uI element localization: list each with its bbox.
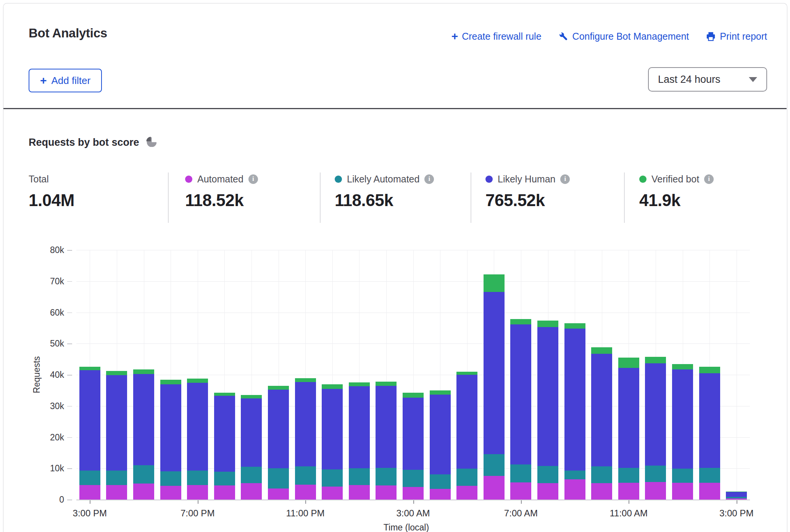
segment-automated: [537, 483, 558, 500]
segment-verified-bot: [295, 378, 316, 382]
bar-2-00-AM[interactable]: [376, 382, 397, 500]
segment-automated: [564, 479, 585, 500]
segment-verified-bot: [79, 367, 100, 370]
stat-automated: Automated i 118.52k: [185, 172, 258, 210]
bar-11-00-AM[interactable]: [618, 358, 639, 500]
action-label: Print report: [720, 31, 767, 42]
legend-item-automated[interactable]: Automated i: [185, 172, 258, 185]
bar-5-00-PM[interactable]: [133, 369, 154, 500]
segment-verified-bot: [376, 382, 397, 386]
info-icon[interactable]: i: [424, 174, 434, 184]
stat-divider: [168, 172, 169, 223]
segment-likely-automated: [456, 469, 477, 486]
stat-divider: [624, 172, 625, 223]
stat-likely-automated: Likely Automated i 118.65k: [335, 172, 434, 210]
legend-item-verified-bot[interactable]: Verified bot i: [639, 172, 714, 185]
info-icon[interactable]: i: [560, 174, 570, 184]
segment-likely-automated: [133, 465, 154, 484]
bar-11-00-PM[interactable]: [295, 378, 316, 500]
segment-likely-human: [564, 329, 585, 471]
segment-likely-human: [214, 396, 235, 472]
segment-likely-automated: [241, 467, 262, 483]
bar-7-00-AM[interactable]: [510, 319, 531, 500]
info-icon[interactable]: i: [248, 174, 258, 184]
bar-8-00-AM[interactable]: [537, 321, 558, 500]
bar-2-00-PM[interactable]: [699, 367, 720, 500]
bar-4-00-AM[interactable]: [430, 390, 451, 500]
bar-1-00-AM[interactable]: [349, 382, 370, 500]
bar-10-00-PM[interactable]: [268, 386, 289, 500]
segment-automated: [430, 489, 451, 500]
bar-10-00-AM[interactable]: [591, 347, 612, 500]
action-label: Configure Bot Management: [572, 31, 689, 42]
stat-value: 118.52k: [185, 191, 258, 210]
segment-automated: [349, 485, 370, 500]
segment-likely-human: [456, 375, 477, 469]
stat-likely-human: Likely Human i 765.52k: [485, 172, 570, 210]
stat-divider: [471, 172, 471, 223]
segment-likely-human: [268, 390, 289, 468]
segment-verified-bot: [618, 358, 639, 368]
segment-likely-human: [430, 395, 451, 474]
segment-verified-bot: [591, 347, 612, 354]
pie-chart-icon: [146, 137, 156, 148]
bar-12-00-PM[interactable]: [645, 357, 666, 500]
segment-likely-human: [106, 375, 127, 471]
segment-verified-bot: [456, 372, 477, 375]
segment-likely-automated: [403, 470, 424, 487]
print-report-link[interactable]: Print report: [706, 31, 767, 42]
segment-likely-automated: [484, 454, 505, 476]
segment-automated: [295, 485, 316, 500]
action-label: Create firewall rule: [462, 31, 541, 42]
bar-5-00-AM[interactable]: [456, 372, 477, 500]
segment-likely-human: [672, 369, 693, 469]
segment-automated: [160, 486, 181, 500]
bar-1-00-PM[interactable]: [672, 364, 693, 500]
create-firewall-rule-link[interactable]: + Create firewall rule: [451, 31, 542, 42]
segment-automated: [133, 484, 154, 500]
bar-3-00-AM[interactable]: [403, 393, 424, 500]
legend-item-likely-human[interactable]: Likely Human i: [485, 172, 570, 185]
bar-7-00-PM[interactable]: [187, 379, 208, 500]
segment-likely-human: [510, 324, 531, 464]
segment-likely-human: [591, 354, 612, 466]
segment-verified-bot: [430, 390, 451, 395]
stat-verified-bot: Verified bot i 41.9k: [639, 172, 714, 210]
info-icon[interactable]: i: [704, 174, 714, 184]
segment-likely-automated: [349, 468, 370, 485]
bar-12-00-AM[interactable]: [322, 384, 343, 500]
segment-automated: [322, 487, 343, 500]
legend-item-likely-automated[interactable]: Likely Automated i: [335, 172, 434, 185]
bar-6-00-AM[interactable]: [484, 274, 505, 500]
segment-likely-automated: [510, 464, 531, 482]
bar-3-00-PM[interactable]: [726, 492, 747, 500]
header-actions: + Create firewall rule Configure Bot Man…: [451, 31, 767, 42]
segment-verified-bot: [106, 371, 127, 375]
stat-value: 41.9k: [639, 191, 714, 210]
stat-value: 765.52k: [485, 191, 570, 210]
segment-automated: [376, 485, 397, 500]
bar-8-00-PM[interactable]: [214, 393, 235, 500]
segment-automated: [618, 483, 639, 500]
segment-likely-human: [79, 370, 100, 471]
segment-likely-automated: [645, 466, 666, 482]
segment-likely-human: [295, 382, 316, 467]
segment-verified-bot: [214, 393, 235, 396]
add-filter-button[interactable]: + Add filter: [29, 69, 102, 92]
bar-4-00-PM[interactable]: [106, 371, 127, 500]
segment-likely-human: [484, 292, 505, 454]
stat-value: 1.04M: [29, 191, 74, 210]
plus-icon: +: [451, 31, 458, 42]
bar-6-00-PM[interactable]: [160, 380, 181, 500]
bar-3-00-PM[interactable]: [79, 367, 100, 500]
segment-automated: [268, 488, 289, 500]
configure-bot-management-link[interactable]: Configure Bot Management: [558, 31, 689, 42]
segment-likely-automated: [376, 468, 397, 486]
time-range-select[interactable]: Last 24 hours: [648, 67, 767, 92]
stat-label: Verified bot: [651, 174, 699, 185]
bar-9-00-PM[interactable]: [241, 395, 262, 500]
stats-row: Total 1.04M Automated i 118.52k Likely A…: [29, 172, 767, 224]
bar-9-00-AM[interactable]: [564, 323, 585, 500]
stat-total: Total 1.04M: [29, 172, 74, 210]
plus-icon: +: [40, 75, 47, 86]
